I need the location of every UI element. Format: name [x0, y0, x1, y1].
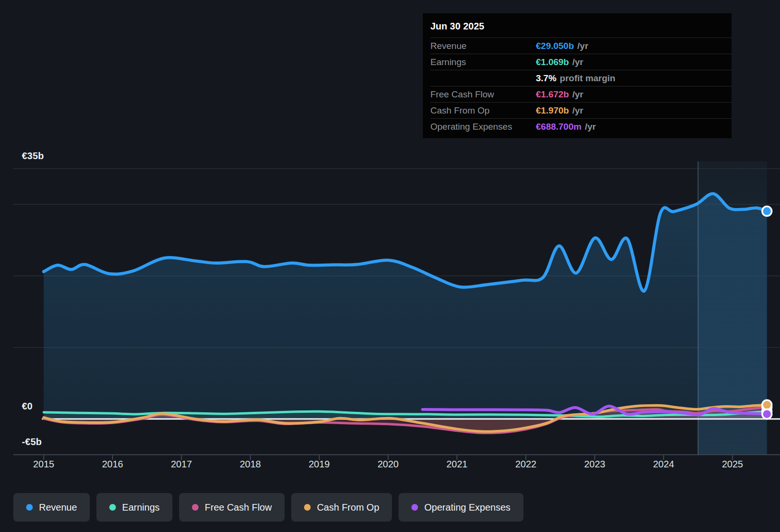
legend-item-opex[interactable]: Operating Expenses [399, 493, 523, 522]
legend-item-cashop[interactable]: Cash From Op [291, 493, 392, 522]
fcf-legend-dot-icon [192, 504, 199, 511]
tooltip-row-value: €1.970b [536, 105, 569, 116]
x-axis-label-2019: 2019 [309, 459, 330, 470]
legend-item-label: Cash From Op [317, 502, 379, 513]
tooltip-row-value: €1.672b [536, 89, 569, 100]
cashop-legend-dot-icon [304, 504, 311, 511]
tooltip-row-label: Cash From Op [430, 105, 536, 116]
tooltip-row-label: Operating Expenses [430, 122, 536, 132]
x-axis-label-2025: 2025 [722, 459, 743, 470]
chart-legend: RevenueEarningsFree Cash FlowCash From O… [13, 493, 523, 522]
x-axis-label-2015: 2015 [33, 459, 55, 470]
tooltip-row-suffix: /yr [572, 57, 583, 67]
legend-item-revenue[interactable]: Revenue [13, 493, 90, 522]
tooltip-row-suffix: profit margin [560, 73, 615, 84]
tooltip-row-value: €688.700m [536, 122, 581, 132]
tooltip-date: Jun 30 2025 [423, 16, 732, 38]
tooltip-row-earnings: Earnings€1.069b/yr [430, 54, 732, 70]
tooltip-row-suffix: /yr [572, 89, 583, 100]
y-axis-label--5: -€5b [22, 437, 42, 447]
tooltip-row-value: €1.069b [536, 57, 569, 67]
x-axis-label-2017: 2017 [171, 459, 192, 470]
tooltip-row-suffix: /yr [572, 105, 583, 116]
tooltip-row-label: Revenue [430, 41, 536, 51]
legend-item-fcf[interactable]: Free Cash Flow [179, 493, 285, 522]
tooltip-row-suffix: /yr [585, 122, 596, 132]
tooltip-row-cash-from-op: Cash From Op€1.970b/yr [430, 102, 732, 118]
cashop-end-marker[interactable] [762, 400, 772, 409]
revenue-legend-dot-icon [26, 504, 33, 511]
x-axis-label-2018: 2018 [240, 459, 261, 470]
y-axis-label-0: €0 [22, 401, 33, 412]
tooltip-row-suffix: /yr [577, 41, 588, 51]
tooltip-row-value: €29.050b [536, 41, 574, 51]
tooltip-row-revenue: Revenue€29.050b/yr [430, 38, 732, 54]
opex-legend-dot-icon [411, 504, 418, 511]
tooltip-row-label: Earnings [430, 57, 536, 67]
legend-item-label: Operating Expenses [424, 502, 510, 513]
x-axis-label-2016: 2016 [102, 459, 124, 470]
x-axis-label-2021: 2021 [447, 459, 468, 470]
tooltip-row-operating-expenses: Operating Expenses€688.700m/yr [430, 118, 732, 134]
chart-tooltip: Jun 30 2025 Revenue€29.050b/yrEarnings€1… [423, 13, 732, 138]
x-axis-label-2024: 2024 [653, 459, 675, 470]
legend-item-label: Revenue [39, 502, 77, 513]
legend-item-earnings[interactable]: Earnings [96, 493, 172, 522]
x-axis-label-2022: 2022 [515, 459, 537, 470]
tooltip-row-free-cash-flow: Free Cash Flow€1.672b/yr [430, 86, 732, 102]
legend-item-label: Earnings [122, 502, 160, 513]
revenue-end-marker[interactable] [762, 207, 772, 216]
tooltip-row-value: 3.7% [536, 73, 556, 84]
tooltip-row-profit-margin: 3.7%profit margin [430, 70, 732, 86]
x-axis-label-2020: 2020 [378, 459, 399, 470]
financial-history-chart: €35b€0-€5b 20152016201720182019202020212… [0, 0, 780, 532]
opex-end-marker[interactable] [762, 409, 772, 419]
legend-item-label: Free Cash Flow [205, 502, 272, 513]
x-axis-label-2023: 2023 [584, 459, 606, 470]
earnings-legend-dot-icon [109, 504, 116, 511]
tooltip-row-label: Free Cash Flow [430, 89, 536, 100]
y-axis-label-35: €35b [22, 151, 44, 162]
